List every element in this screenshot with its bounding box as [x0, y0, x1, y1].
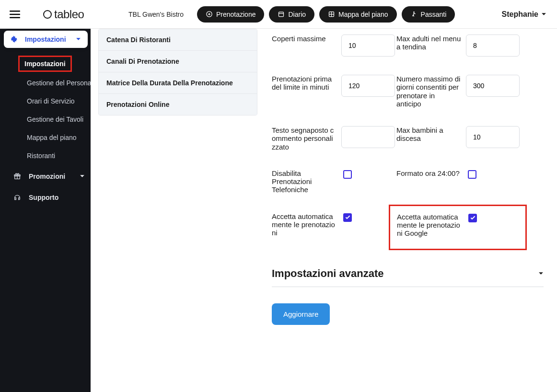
sidebar-item-floorplan[interactable]: Mappa del piano [0, 128, 91, 147]
cutoff-input[interactable] [341, 75, 395, 97]
diary-label: Diario [288, 11, 306, 18]
sidebar-item-staff[interactable]: Gestione del Personale [0, 74, 91, 92]
map-icon [328, 11, 335, 18]
auto-accept-google-label: Accetta automaticamente le prenotazioni … [397, 213, 466, 238]
max-children-label: Max bambini a discesa [396, 126, 466, 143]
sidebar-list: Impostazioni Gestione del Personale Orar… [0, 32, 91, 165]
logo[interactable]: tableo [30, 8, 121, 21]
promotions-label: Promozioni [29, 173, 65, 180]
headset-icon [13, 194, 21, 201]
sidebar-support[interactable]: Supporto [0, 188, 91, 207]
sidebar: Impostazioni Impostazioni Impostazioni G… [0, 29, 91, 392]
walkins-label: Passanti [421, 11, 447, 18]
sidebar-item-tables[interactable]: Gestione dei Tavoli [0, 110, 91, 128]
disable-phone-label: Disabilita Prenotazioni Telefoniche [272, 169, 341, 194]
settings-chip-label: Impostazioni [25, 35, 66, 43]
floormap-label: Mappa del piano [338, 11, 388, 18]
advanced-settings-toggle[interactable]: Impostazioni avanzate [272, 261, 544, 287]
disable-phone-checkbox[interactable] [343, 170, 352, 179]
menu-toggle[interactable] [0, 11, 30, 18]
svg-point-6 [413, 12, 415, 13]
booking-button[interactable]: Prenotazione [197, 6, 265, 23]
max-covers-label: Coperti massime [272, 35, 341, 43]
sidebar-promotions[interactable]: Promozioni [0, 167, 91, 186]
restaurant-name: TBL Gwen's Bistro [121, 11, 191, 18]
chevron-down-icon [80, 173, 85, 180]
booking-label: Prenotazione [216, 11, 256, 18]
chevron-down-icon [538, 270, 544, 277]
max-adults-label: Max adulti nel menu a tendina [396, 35, 466, 51]
max-covers-input[interactable] [341, 35, 395, 57]
advance-days-label: Numero massimo di giorni consentiti per … [396, 75, 466, 108]
secondary-nav: Catena Di Ristoranti Canali Di Prenotazi… [91, 29, 257, 392]
secnav-channels[interactable]: Canali Di Prenotazione [99, 51, 257, 72]
diary-button[interactable]: Diario [269, 6, 314, 23]
advanced-heading: Impostazioni avanzate [272, 267, 384, 280]
calendar-icon [278, 11, 285, 18]
secnav-online[interactable]: Prenotazioni Online [99, 94, 257, 115]
cutoff-label: Prenotazioni prima del limite in minuti [272, 75, 341, 92]
placeholder-label: Testo segnaposto commento personalizzato [272, 126, 341, 151]
chevron-down-icon [541, 10, 546, 19]
user-name: Stephanie [502, 10, 538, 19]
hour24-checkbox[interactable] [468, 170, 476, 179]
chevron-down-icon [76, 35, 81, 43]
floormap-button[interactable]: Mappa del piano [319, 6, 397, 23]
highlight-box: Impostazioni [18, 56, 72, 72]
svg-rect-4 [279, 12, 284, 16]
max-adults-input[interactable] [466, 35, 520, 57]
walk-icon [410, 11, 418, 18]
logo-text: tableo [54, 8, 84, 21]
auto-accept-label: Accetta automaticamente le prenotazioni [272, 212, 341, 237]
max-children-input[interactable] [466, 126, 520, 148]
svg-rect-0 [10, 11, 20, 12]
update-button[interactable]: Aggiornare [272, 303, 330, 325]
header-actions: Prenotazione Diario Mappa del piano Pass… [191, 6, 461, 23]
sidebar-item-restaurants[interactable]: Ristoranti [0, 147, 91, 165]
settings-form: Coperti massime Max adulti nel menu a te… [272, 35, 544, 238]
plus-circle-icon [206, 11, 213, 18]
auto-accept-google-checkbox[interactable] [468, 214, 477, 222]
sidebar-settings-chip[interactable]: Impostazioni [4, 31, 88, 48]
sidebar-item-hours[interactable]: Orari di Servizio [0, 92, 91, 110]
svg-rect-1 [10, 13, 20, 14]
check-icon [470, 215, 476, 221]
check-icon [345, 214, 351, 220]
main-content: Coperti massime Max adulti nel menu a te… [257, 29, 557, 392]
user-menu[interactable]: Stephanie [491, 10, 557, 19]
svg-rect-2 [10, 17, 20, 18]
support-label: Supporto [29, 194, 58, 201]
secnav-duration[interactable]: Matrice Della Durata Della Prenotazione [99, 72, 257, 94]
gear-icon [11, 35, 18, 43]
secnav-chain[interactable]: Catena Di Ristoranti [99, 29, 257, 51]
highlight-box-google: Accetta automaticamente le prenotazioni … [389, 205, 527, 251]
logo-icon [43, 10, 52, 19]
auto-accept-checkbox[interactable] [343, 213, 352, 222]
sidebar-item-settings-highlighted: Impostazioni [24, 60, 66, 68]
hamburger-icon [10, 11, 20, 18]
gift-icon [13, 173, 21, 180]
walkins-button[interactable]: Passanti [402, 6, 455, 23]
advance-days-input[interactable] [466, 75, 520, 97]
hour24-label: Formato ora 24:00? [396, 169, 466, 177]
app-header: tableo TBL Gwen's Bistro Prenotazione Di… [0, 0, 557, 29]
placeholder-input[interactable] [341, 126, 395, 148]
